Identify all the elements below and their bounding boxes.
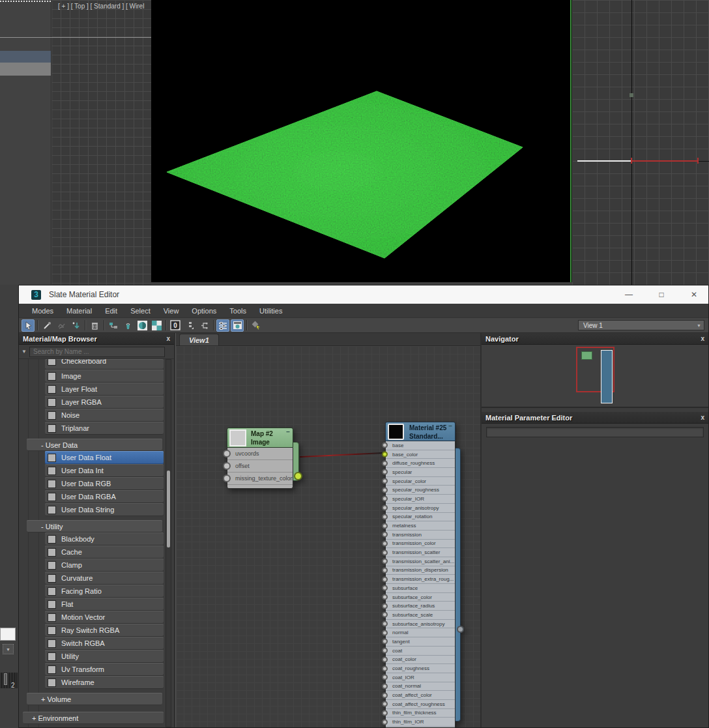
node-input-row[interactable]: subsurface_scale [386, 611, 455, 620]
browser-item[interactable]: Switch RGBA [45, 637, 164, 650]
node-input-row[interactable]: coat_IOR [386, 673, 455, 682]
node-input-row[interactable]: coat_color [386, 656, 455, 665]
input-socket[interactable] [382, 603, 388, 609]
input-socket[interactable] [382, 549, 388, 555]
delete-selected-button[interactable] [88, 319, 101, 332]
parameter-editor-header[interactable]: Material Parameter Editor x [482, 412, 708, 424]
input-socket[interactable] [223, 462, 231, 470]
browser-group[interactable]: - Utility [27, 520, 162, 532]
track-bar-handle[interactable] [4, 673, 7, 685]
input-socket[interactable] [382, 585, 388, 591]
input-socket[interactable] [223, 450, 231, 458]
layout-all-button[interactable] [183, 319, 196, 332]
input-socket[interactable] [382, 514, 388, 519]
input-socket[interactable] [382, 443, 388, 448]
input-socket[interactable] [382, 683, 388, 689]
node-input-row[interactable]: specular [386, 468, 455, 477]
browser-item[interactable]: Wireframe [45, 676, 164, 689]
node-input-row[interactable]: tangent [386, 637, 455, 647]
input-socket[interactable] [382, 540, 388, 546]
toggle-material-map-browser-button[interactable] [216, 319, 229, 332]
material-node-thumbnail[interactable] [388, 424, 404, 440]
viewport-perspective[interactable] [151, 0, 572, 282]
input-socket[interactable] [382, 621, 388, 627]
node-input-row[interactable]: coat_roughness [386, 664, 455, 673]
browser-item[interactable]: Flat [45, 598, 164, 611]
navigator-close-icon[interactable]: x [701, 335, 704, 342]
node-input-row[interactable]: subsurface_color [386, 593, 455, 602]
input-socket[interactable] [382, 478, 388, 484]
browser-group[interactable]: - User Data [27, 439, 162, 451]
node-input-row[interactable]: thin_film_thickness [386, 709, 455, 718]
input-socket[interactable] [382, 576, 388, 582]
node-input-row[interactable]: missing_texture_color [227, 473, 293, 485]
input-socket[interactable] [382, 675, 388, 680]
browser-item[interactable]: Blackbody [45, 532, 164, 546]
input-socket[interactable] [382, 594, 388, 600]
node-input-row[interactable]: transmission_scatter_ani... [386, 557, 455, 566]
map-node-collapse-icon[interactable]: − [286, 428, 290, 435]
input-socket[interactable] [382, 469, 388, 475]
map-node-thumbnail[interactable] [229, 430, 246, 446]
node-input-row[interactable]: transmission_extra_roug... [386, 575, 455, 584]
parameter-editor-close-icon[interactable]: x [701, 414, 704, 421]
node-input-row[interactable]: offset [227, 460, 293, 473]
show-shaded-material-button[interactable] [136, 319, 149, 332]
node-input-row[interactable]: coat_normal [386, 682, 455, 692]
search-filter-arrow-icon[interactable]: ▼ [19, 349, 29, 355]
node-input-row[interactable]: metalness [386, 521, 455, 531]
input-socket[interactable] [382, 630, 388, 635]
node-input-row[interactable]: thin_film_... [386, 727, 455, 727]
input-socket[interactable] [382, 559, 388, 564]
menu-material[interactable]: Material [60, 307, 98, 315]
node-input-row[interactable]: specular_roughness [386, 486, 455, 495]
show-background-button[interactable] [150, 319, 163, 332]
input-socket[interactable] [382, 656, 388, 662]
node-input-row[interactable]: uvcoords [227, 448, 293, 460]
browser-scrollbar-thumb[interactable] [167, 471, 170, 547]
menu-view[interactable]: View [157, 307, 186, 315]
browser-item[interactable]: Utility [45, 650, 164, 663]
browser-item[interactable]: Layer Float [45, 383, 164, 396]
map-node[interactable]: Map #2 Image − uvcoordsoffsetmissing_tex… [227, 428, 293, 489]
browser-item[interactable]: Checkerboard [45, 359, 164, 370]
pick-material-button[interactable] [40, 319, 53, 332]
node-input-row[interactable]: subsurface_anisotropy [386, 620, 455, 629]
menu-utilities[interactable]: Utilities [253, 307, 289, 315]
maximize-button[interactable]: □ [656, 290, 667, 299]
browser-close-icon[interactable]: x [166, 335, 170, 342]
assign-material-button[interactable] [69, 319, 82, 332]
node-input-row[interactable]: subsurface [386, 584, 455, 593]
hide-unused-nodeslots-button[interactable] [121, 319, 134, 332]
layout-children-button[interactable] [197, 319, 210, 332]
navigator-panel-header[interactable]: Navigator x [482, 333, 708, 345]
map-node-header[interactable]: Map #2 Image − [227, 428, 293, 448]
input-socket[interactable] [382, 701, 388, 707]
browser-item[interactable]: User Data Float [45, 451, 164, 464]
viewport-left-ortho[interactable] [572, 0, 709, 285]
node-input-row[interactable]: diffuse_roughness [386, 459, 455, 468]
input-socket[interactable] [382, 567, 388, 573]
input-socket[interactable] [382, 639, 388, 645]
background-swatch-field[interactable] [0, 628, 16, 641]
node-input-row[interactable]: specular_IOR [386, 495, 455, 504]
select-by-material-button[interactable] [250, 319, 263, 332]
minimize-button[interactable]: — [624, 290, 634, 299]
background-dropdown[interactable]: ▼ [3, 644, 14, 654]
input-socket[interactable] [223, 474, 231, 482]
browser-item[interactable]: Cache [45, 546, 164, 559]
browser-item[interactable]: Facing Ratio [45, 585, 164, 598]
viewport-top-label[interactable]: [ + ] [ Top ] [ Standard ] [ Wirel [58, 3, 144, 10]
tab-view1[interactable]: View1 [179, 334, 219, 345]
navigator-material-node-thumb[interactable] [601, 350, 613, 403]
node-input-row[interactable]: specular_anisotropy [386, 504, 455, 513]
browser-panel-header[interactable]: Material/Map Browser x [19, 333, 174, 345]
input-socket[interactable] [382, 719, 388, 725]
node-input-row[interactable]: transmission_scatter [386, 548, 455, 557]
search-input[interactable] [29, 347, 165, 357]
input-socket[interactable] [382, 710, 388, 716]
menu-modes[interactable]: Modes [25, 307, 60, 315]
menu-select[interactable]: Select [124, 307, 157, 315]
input-socket[interactable] [382, 496, 388, 502]
select-tool-button[interactable] [22, 319, 35, 332]
